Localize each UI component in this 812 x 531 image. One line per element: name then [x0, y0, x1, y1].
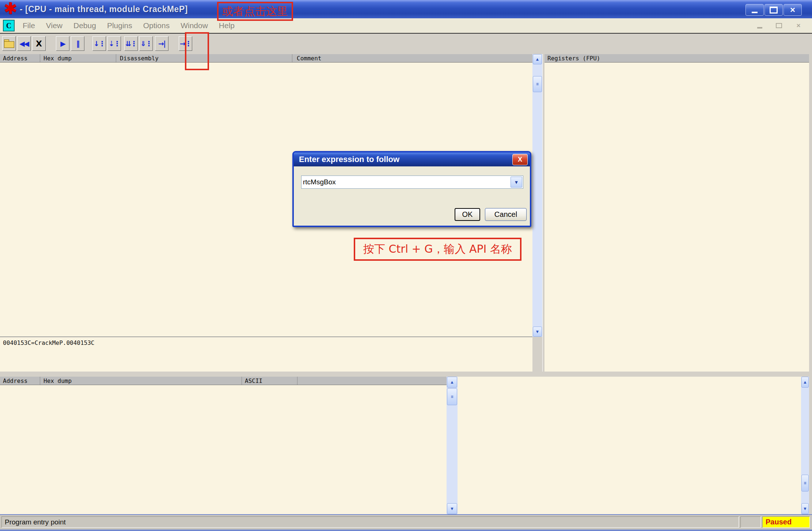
menu-item-debug[interactable]: Debug	[73, 21, 96, 30]
scroll-up-icon[interactable]: ▲	[533, 54, 542, 64]
registers-header: Registers (FPU)	[545, 54, 809, 63]
window-title: - [CPU - main thread, module CrackMeP]	[20, 4, 188, 14]
title-bar: ✱ - [CPU - main thread, module CrackMeP]…	[0, 0, 812, 18]
animate-over-button[interactable]: ⇓⋮	[139, 36, 153, 51]
animate-into-button[interactable]: ⇊⋮	[124, 36, 138, 51]
col-empty	[297, 377, 447, 385]
expression-input[interactable]	[303, 177, 510, 188]
menu-item-view[interactable]: View	[46, 21, 62, 30]
dump-scrollbar[interactable]: ▲ ≡ ▼	[447, 377, 458, 514]
col-hexdump: Hex dump	[40, 377, 242, 385]
step-into-icon: ↓⋮	[94, 39, 105, 48]
ollydbg-window: ✱ - [CPU - main thread, module CrackMeP]…	[0, 0, 812, 531]
annotation-text: 或者点击这里	[222, 4, 288, 19]
annotation-click-here: 或者点击这里	[217, 2, 293, 21]
open-file-button[interactable]	[2, 36, 16, 51]
ok-button[interactable]: OK	[455, 208, 480, 221]
stack-scrollbar[interactable]: ▲ ≡ ▼	[801, 377, 809, 514]
scroll-thumb[interactable]: ≡	[533, 76, 542, 92]
col-hexdump: Hex dump	[40, 54, 116, 62]
annotation-goto-button-highlight	[185, 32, 209, 70]
open-folder-icon	[4, 41, 14, 48]
menu-items: FileViewDebugPluginsOptionsWindowHelp	[23, 21, 235, 30]
dump-header: Address Hex dump ASCII	[0, 377, 447, 385]
mdi-restore-button[interactable]	[771, 20, 786, 31]
scroll-down-icon[interactable]: ▼	[447, 503, 457, 514]
step-into-button[interactable]: ↓⋮	[92, 36, 106, 51]
step-over-button[interactable]: ⇣⋮	[107, 36, 121, 51]
pause-button[interactable]: ‖	[71, 36, 84, 51]
run-icon: ▶	[60, 39, 65, 48]
registers-pane: Registers (FPU)	[545, 54, 809, 372]
menu-item-options[interactable]: Options	[143, 21, 170, 30]
status-bar: Program entry point Paused	[0, 515, 812, 530]
restart-button[interactable]: ◀◀	[17, 36, 31, 51]
pause-icon: ‖	[76, 39, 79, 48]
minimize-button[interactable]	[745, 4, 764, 16]
combo-dropdown-icon[interactable]: ▼	[511, 177, 522, 188]
goto-expression-dialog: Enter expression to follow X ▼ OK Cancel	[292, 151, 531, 227]
step-over-icon: ⇣⋮	[109, 39, 120, 48]
toolbar: ◀◀X▶‖↓⋮⇣⋮⇊⋮⇓⋮→|→⋮	[0, 33, 812, 56]
col-address: Address	[0, 54, 40, 62]
execute-till-return-icon: →|	[158, 39, 165, 48]
lower-section: Address Hex dump ASCII ▲ ≡ ▼ ▲ ≡ ▼	[0, 377, 812, 514]
scroll-down-icon[interactable]: ▼	[533, 327, 542, 337]
maximize-button[interactable]	[764, 4, 783, 16]
info-pane: 0040153C=CrackMeP.0040153C	[0, 336, 532, 372]
menu-bar: C FileViewDebugPluginsOptionsWindowHelp …	[0, 18, 812, 33]
disassembly-scrollbar[interactable]: ▲ ≡ ▼	[532, 54, 542, 337]
status-paused-badge: Paused	[762, 516, 810, 528]
close-program-button[interactable]: X	[32, 36, 46, 51]
col-comment: Comment	[292, 54, 532, 62]
registers-title: Registers (FPU)	[547, 55, 600, 62]
close-program-icon: X	[36, 39, 42, 48]
menu-item-help[interactable]: Help	[219, 21, 235, 30]
ollydbg-icon: ✱	[4, 3, 16, 15]
scroll-thumb[interactable]: ≡	[801, 475, 809, 492]
mdi-minimize-button[interactable]	[752, 20, 767, 31]
close-button[interactable]: ×	[783, 4, 802, 16]
cpu-window-icon[interactable]: C	[3, 20, 15, 31]
col-ascii: ASCII	[242, 377, 297, 385]
scroll-up-icon[interactable]: ▲	[447, 377, 457, 388]
menu-item-file[interactable]: File	[23, 21, 35, 30]
run-button[interactable]: ▶	[56, 36, 69, 51]
scroll-thumb[interactable]: ≡	[447, 388, 457, 405]
info-line: 0040153C=CrackMeP.0040153C	[3, 339, 94, 346]
cancel-button[interactable]: Cancel	[485, 208, 527, 221]
dialog-title-bar[interactable]: Enter expression to follow X	[294, 152, 530, 166]
mdi-close-button[interactable]: ×	[791, 20, 806, 31]
execute-till-return-button[interactable]: →|	[155, 36, 168, 51]
annotation-text: 按下 Ctrl + G，输入 API 名称	[363, 242, 512, 257]
col-address: Address	[0, 377, 40, 385]
dialog-close-icon[interactable]: X	[512, 154, 528, 165]
scroll-up-icon[interactable]: ▲	[801, 377, 809, 388]
annotation-ctrl-g-hint: 按下 Ctrl + G，输入 API 名称	[354, 238, 521, 261]
memory-dump-pane: Address Hex dump ASCII	[0, 377, 447, 514]
animate-into-icon: ⇊⋮	[125, 39, 137, 48]
scroll-down-icon[interactable]: ▼	[801, 503, 809, 514]
restart-icon: ◀◀	[19, 39, 29, 48]
status-spacer	[740, 516, 761, 528]
animate-over-icon: ⇓⋮	[140, 39, 152, 48]
expression-combo: ▼	[301, 176, 523, 189]
horizontal-splitter[interactable]	[0, 372, 812, 377]
stack-pane	[458, 377, 801, 514]
status-message: Program entry point	[1, 516, 739, 528]
disassembly-header: Address Hex dump Disassembly Comment	[0, 54, 532, 63]
menu-item-plugins[interactable]: Plugins	[107, 21, 132, 30]
dialog-title: Enter expression to follow	[299, 155, 399, 164]
toolbar-buttons: ◀◀X▶‖↓⋮⇣⋮⇊⋮⇓⋮→|→⋮	[0, 34, 192, 51]
menu-item-window[interactable]: Window	[181, 21, 208, 30]
